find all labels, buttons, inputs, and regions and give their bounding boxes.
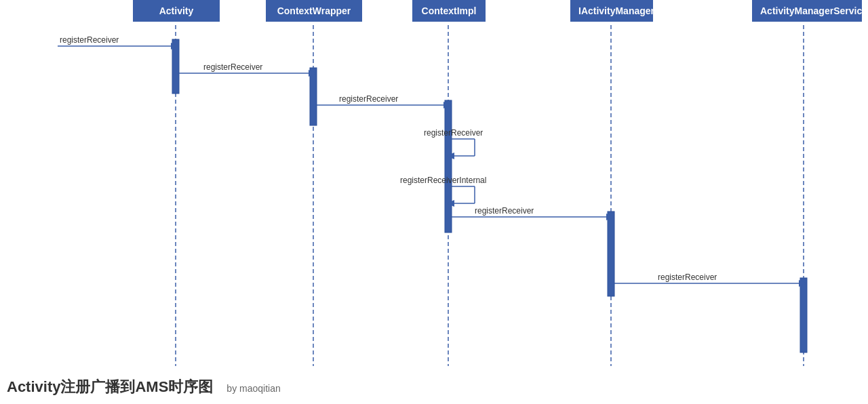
lifeline-header-context-impl: ContextImpl [412,0,486,22]
svg-rect-7 [445,100,452,233]
svg-text:registerReceiver: registerReceiver [203,62,262,72]
diagram-svg: registerReceiver registerReceiver regist… [0,0,868,366]
svg-rect-8 [608,211,614,296]
svg-text:registerReceiver: registerReceiver [60,35,119,45]
lifeline-header-iactivity-manager: IActivityManager [570,0,653,22]
lifeline-header-activity-manager-service: ActivityManagerService [752,0,862,22]
footer-title: Activity注册广播到AMS时序图 [7,377,213,397]
lifeline-header-context-wrapper: ContextWrapper [266,0,362,22]
svg-rect-9 [800,278,807,352]
svg-text:registerReceiver: registerReceiver [475,206,534,216]
svg-text:registerReceiverInternal: registerReceiverInternal [400,176,486,185]
lifeline-header-activity: Activity [133,0,220,22]
svg-text:registerReceiver: registerReceiver [339,94,398,104]
svg-rect-6 [310,68,317,125]
sequence-diagram: registerReceiver registerReceiver regist… [0,0,868,366]
footer-author: by maoqitian [226,383,280,394]
svg-text:registerReceiver: registerReceiver [658,272,717,282]
footer: Activity注册广播到AMS时序图 by maoqitian [7,377,281,397]
svg-text:registerReceiver: registerReceiver [424,128,483,138]
